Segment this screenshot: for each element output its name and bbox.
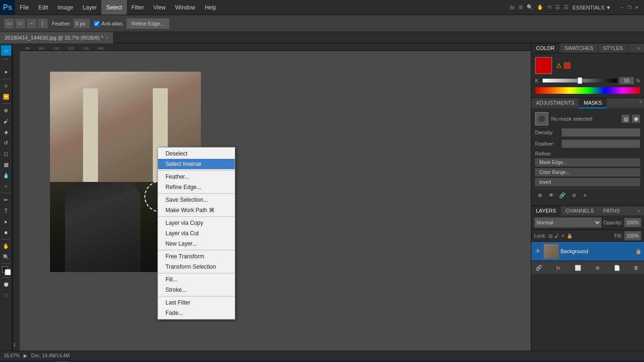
color-gamut-swatch[interactable] xyxy=(564,62,570,69)
tab-close-button[interactable]: × xyxy=(106,35,108,40)
density-input[interactable] xyxy=(561,128,640,137)
adj-icon-2[interactable]: 👁 xyxy=(546,190,556,200)
ctx-deselect[interactable]: Deselect xyxy=(158,148,235,159)
quick-select-tool[interactable]: ✦ xyxy=(1,67,11,77)
channels-tab[interactable]: CHANNELS xyxy=(561,206,599,215)
type-tool[interactable]: T xyxy=(1,206,11,216)
menu-image[interactable]: Image xyxy=(53,0,78,15)
layers-tab[interactable]: LAYERS xyxy=(531,206,561,215)
feather-input-mask[interactable] xyxy=(561,140,640,148)
link-layers-btn[interactable]: 🔗 xyxy=(534,263,544,272)
marquee-single-row-icon[interactable]: ─ xyxy=(26,18,37,29)
ctx-select-inverse[interactable]: Select Inverse xyxy=(158,159,235,169)
zoom-tool[interactable]: 🔍 xyxy=(1,252,11,262)
adjustments-tab[interactable]: ADJUSTMENTS xyxy=(531,98,579,108)
ctx-make-work-path[interactable]: Make Work Path ⌘ xyxy=(158,205,235,215)
healing-brush-tool[interactable]: ⊕ xyxy=(1,105,11,115)
crop-tool[interactable]: ⊹ xyxy=(1,81,11,91)
new-layer-btn[interactable]: 📄 xyxy=(612,263,622,272)
close-button[interactable]: ✕ xyxy=(634,4,640,11)
styles-tab[interactable]: STYLES xyxy=(598,43,628,53)
adj-icon-4[interactable]: ⊘ xyxy=(569,190,578,200)
paths-tab[interactable]: PATHS xyxy=(599,206,625,215)
new-fill-layer-btn[interactable]: ⊕ xyxy=(593,263,602,272)
menu-select[interactable]: Select xyxy=(101,0,126,15)
pixel-mask-btn[interactable]: ▧ xyxy=(621,115,630,123)
ctx-stroke[interactable]: Stroke... xyxy=(158,285,235,295)
adj-icon-5[interactable]: ≡ xyxy=(580,190,590,200)
add-layer-style-btn[interactable]: fx xyxy=(553,263,563,272)
lock-image-icon[interactable]: 🖌 xyxy=(554,233,559,239)
adj-panel-menu[interactable]: ≡ xyxy=(637,98,644,108)
k-value-input[interactable] xyxy=(619,77,634,84)
shape-tool[interactable]: ■ xyxy=(1,227,11,238)
lasso-tool[interactable]: ⌒ xyxy=(1,56,11,66)
minimize-button[interactable]: ─ xyxy=(619,4,625,11)
menu-window[interactable]: Window xyxy=(170,0,200,15)
layer-visibility-icon[interactable]: 👁 xyxy=(534,247,542,255)
ctx-refine-edge[interactable]: Refine Edge... xyxy=(158,182,235,192)
masks-tab[interactable]: MASKS xyxy=(579,98,607,108)
menu-edit[interactable]: Edit xyxy=(33,0,53,15)
blend-mode-select[interactable]: Normal xyxy=(534,217,602,228)
ctx-layer-via-cut[interactable]: Layer via Cut xyxy=(158,228,235,239)
anti-alias-checkbox[interactable] xyxy=(94,21,99,26)
restore-button[interactable]: ❐ xyxy=(626,4,633,11)
marquee-tool[interactable]: ▭ xyxy=(1,45,11,56)
menu-filter[interactable]: Filter xyxy=(127,0,149,15)
gradient-tool[interactable]: ▦ xyxy=(1,159,11,170)
fill-input[interactable] xyxy=(624,231,641,240)
layers-panel-menu[interactable]: ≡ xyxy=(636,207,642,214)
opacity-input[interactable] xyxy=(624,218,641,227)
hand-tool[interactable]: ✋ xyxy=(1,241,11,251)
eraser-tool[interactable]: ◻ xyxy=(1,148,11,159)
menu-help[interactable]: Help xyxy=(200,0,221,15)
add-mask-btn[interactable]: ⬜ xyxy=(573,263,583,272)
k-slider[interactable] xyxy=(543,79,617,82)
vector-mask-btn[interactable]: ⬟ xyxy=(632,115,640,123)
marquee-ellipse-icon[interactable]: ⬭ xyxy=(15,18,25,29)
invert-button[interactable]: Invert xyxy=(535,178,640,186)
mask-edge-button[interactable]: Mask Edge... xyxy=(535,158,640,166)
essentials-label[interactable]: ESSENTIALS ▼ xyxy=(572,5,611,10)
screen-mode-button[interactable]: □ xyxy=(1,290,11,300)
clone-stamp-tool[interactable]: ◈ xyxy=(1,127,11,137)
canvas-area[interactable]: 90100110120130140 404550556065 Deselect xyxy=(12,43,531,351)
marquee-single-col-icon[interactable]: │ xyxy=(38,18,48,29)
zoom-step-btn[interactable]: ▶ xyxy=(24,353,27,358)
color-tab[interactable]: COLOR xyxy=(531,43,560,53)
ctx-free-transform[interactable]: Free Transform xyxy=(158,251,235,262)
ctx-last-filter[interactable]: Last Filter xyxy=(158,297,235,308)
color-panel-menu[interactable]: ≡ xyxy=(636,45,642,52)
ctx-layer-via-copy[interactable]: Layer via Copy xyxy=(158,218,235,228)
feather-input[interactable] xyxy=(73,18,90,29)
background-color-swatch[interactable] xyxy=(5,269,11,275)
main-color-swatch[interactable] xyxy=(535,57,552,74)
menu-layer[interactable]: Layer xyxy=(78,0,101,15)
path-select-tool[interactable]: ▸ xyxy=(1,216,11,227)
adj-icon-3[interactable]: 🔗 xyxy=(558,190,567,200)
lock-all-icon[interactable]: 🔒 xyxy=(567,233,572,239)
dodge-tool[interactable]: ○ xyxy=(1,181,11,191)
history-brush-tool[interactable]: ↺ xyxy=(1,138,11,148)
quick-mask-button[interactable]: ⬤ xyxy=(1,279,11,289)
blur-tool[interactable]: 💧 xyxy=(1,170,11,181)
layer-background[interactable]: 👁 Background 🔒 xyxy=(531,242,644,261)
ctx-transform-selection[interactable]: Transform Selection xyxy=(158,262,235,272)
ctx-fill[interactable]: Fill... xyxy=(158,274,235,285)
brush-tool[interactable]: 🖌 xyxy=(1,116,11,126)
menu-view[interactable]: View xyxy=(149,0,170,15)
lock-position-icon[interactable]: ✛ xyxy=(561,233,565,239)
pen-tool[interactable]: ✏ xyxy=(1,195,11,205)
color-range-button[interactable]: Color Range... xyxy=(535,168,640,176)
lock-transparency-icon[interactable]: ▧ xyxy=(548,233,553,239)
eyedropper-tool[interactable]: 🔽 xyxy=(1,91,11,102)
color-gradient-bar[interactable] xyxy=(535,87,640,94)
ctx-fade[interactable]: Fade... xyxy=(158,308,235,318)
color-swatches[interactable] xyxy=(2,266,10,275)
refine-edge-button[interactable]: Refine Edge... xyxy=(126,18,170,29)
adj-icon-1[interactable]: ⊕ xyxy=(535,190,545,200)
swatches-tab[interactable]: SWATCHES xyxy=(560,43,598,53)
marquee-rect-icon[interactable]: ▭ xyxy=(4,18,14,29)
ctx-feather[interactable]: Feather... xyxy=(158,172,235,182)
